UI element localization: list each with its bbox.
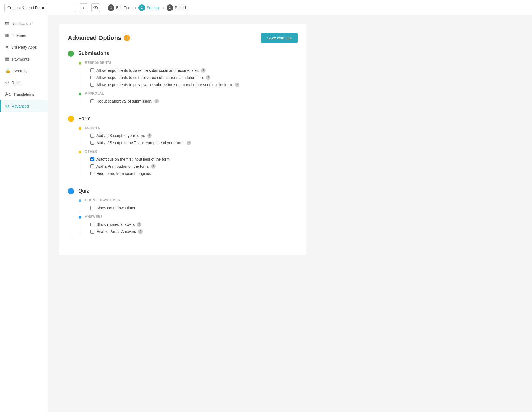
content-card: Advanced Options i Save changes Submissi…	[59, 24, 306, 255]
checkbox-request-approval[interactable]	[90, 99, 94, 103]
sidebar-item-themes[interactable]: ▦ Themes	[0, 29, 48, 41]
subsection-dot-respondents	[79, 62, 81, 65]
checkbox-print-button[interactable]	[90, 164, 94, 168]
subsection-dot-approval	[79, 93, 81, 95]
help-icon-preview-summary[interactable]: ?	[235, 83, 239, 87]
sidebar-label-themes: Themes	[12, 33, 26, 38]
help-icon-request-approval[interactable]: ?	[154, 99, 159, 103]
help-icon-js-script-thankyou[interactable]: ?	[187, 141, 191, 145]
option-row-show-missed: Show missed answers?	[85, 221, 298, 228]
checkbox-show-countdown[interactable]	[90, 206, 94, 210]
sidebar-item-payments[interactable]: ▤ Payments	[0, 53, 48, 65]
checkbox-autofocus[interactable]	[90, 157, 94, 161]
step3-circle: 3	[167, 4, 173, 11]
section-title-quiz: Quiz	[78, 188, 298, 194]
option-label-show-missed: Show missed answers	[96, 222, 135, 227]
option-row-enable-partial: Enable Partial Answers?	[85, 228, 298, 235]
sidebar-icon-themes: ▦	[5, 33, 9, 38]
sidebar-item-rules[interactable]: ❊ Rules	[0, 77, 48, 89]
option-row-autofocus: Autofocus on the first input field of th…	[85, 156, 298, 163]
page-title-row: Advanced Options i	[68, 34, 130, 42]
sidebar-icon-translations: Aa	[5, 92, 11, 97]
option-row-js-script-form: Add a JS script to your form.?	[85, 132, 298, 139]
save-changes-button[interactable]: Save changes	[261, 33, 298, 43]
main-content: Advanced Options i Save changes Submissi…	[48, 15, 532, 412]
subsection-answers: AnswersShow missed answers?Enable Partia…	[78, 215, 298, 235]
sidebar-item-3rd-party-apps[interactable]: ❋ 3rd Party Apps	[0, 41, 48, 53]
subsection-label-respondents: Respondents	[85, 61, 298, 65]
subsection-label-answers: Answers	[85, 215, 298, 219]
step-settings[interactable]: 2 Settings	[138, 4, 161, 11]
page-header: Advanced Options i Save changes	[68, 33, 298, 43]
sidebar-label-3rd-party-apps: 3rd Party Apps	[12, 45, 37, 50]
sidebar-item-security[interactable]: 🔒 Security	[0, 65, 48, 77]
forward-button[interactable]: ›	[79, 3, 88, 12]
sidebar-icon-payments: ▤	[5, 56, 9, 62]
sidebar-label-security: Security	[13, 69, 27, 73]
option-label-print-button: Add a Print button on the form.	[96, 164, 149, 169]
option-row-request-approval: Request approval of submission.?	[85, 98, 298, 105]
option-label-js-script-form: Add a JS script to your form.	[96, 133, 145, 138]
info-icon[interactable]: i	[124, 35, 130, 41]
sidebar-icon-rules: ❊	[5, 80, 9, 85]
option-label-enable-partial: Enable Partial Answers	[96, 229, 136, 234]
help-icon-enable-partial[interactable]: ?	[138, 229, 143, 234]
subsection-countdown-timer: Countdown TimerShow countdown timer	[78, 198, 298, 212]
checkbox-edit-delivered[interactable]	[90, 76, 94, 79]
subsection-dot-answers	[79, 216, 81, 219]
help-icon-print-button[interactable]: ?	[151, 164, 156, 169]
step3-label: Publish	[175, 6, 187, 10]
checkbox-hide-search[interactable]	[90, 172, 94, 175]
checkbox-preview-summary[interactable]	[90, 83, 94, 87]
step-publish[interactable]: 3 Publish	[167, 4, 187, 11]
breadcrumb: 1 Edit Form › 2 Settings › 3 Publish	[108, 4, 187, 11]
sidebar-item-advanced[interactable]: ⚙ Advanced	[0, 100, 48, 112]
option-label-autofocus: Autofocus on the first input field of th…	[96, 157, 171, 161]
option-label-show-countdown: Show countdown timer	[96, 206, 135, 210]
sidebar-label-translations: Translations	[13, 92, 34, 97]
sidebar-item-translations[interactable]: Aa Translations	[0, 89, 48, 100]
section-title-form: Form	[78, 116, 298, 122]
step1-circle: 1	[108, 4, 114, 11]
subsection-label-countdown-timer: Countdown Timer	[85, 198, 298, 202]
svg-point-1	[95, 7, 96, 8]
sidebar-label-advanced: Advanced	[12, 104, 29, 108]
subsection-dot-countdown-timer	[79, 199, 81, 202]
subsection-scripts: ScriptsAdd a JS script to your form.?Add…	[78, 126, 298, 146]
sidebar-icon-3rd-party-apps: ❋	[5, 45, 9, 50]
option-row-js-script-thankyou: Add a JS script to the Thank You page of…	[85, 139, 298, 146]
option-row-show-countdown: Show countdown timer	[85, 204, 298, 212]
option-label-preview-summary: Allow respondents to preview the submiss…	[96, 83, 233, 87]
step2-circle: 2	[138, 4, 145, 11]
step-edit-form[interactable]: 1 Edit Form	[108, 4, 133, 11]
subsection-label-scripts: Scripts	[85, 126, 298, 130]
section-dot-quiz	[68, 188, 74, 194]
checkbox-show-missed[interactable]	[90, 223, 94, 226]
help-icon-edit-delivered[interactable]: ?	[206, 75, 210, 80]
subsection-dot-scripts	[79, 127, 81, 130]
sidebar-item-notifications[interactable]: ✉ Notifications	[0, 18, 48, 29]
checkbox-save-resume[interactable]	[90, 68, 94, 72]
option-row-save-resume: Allow respondents to save the submission…	[85, 67, 298, 74]
arrow2: ›	[163, 5, 164, 10]
help-icon-show-missed[interactable]: ?	[137, 222, 141, 227]
option-label-hide-search: Hide forms from search engines	[96, 171, 151, 176]
sidebar-icon-notifications: ✉	[5, 21, 9, 26]
help-icon-js-script-form[interactable]: ?	[147, 133, 152, 138]
form-title-input[interactable]	[4, 4, 76, 12]
section-dot-submissions	[68, 51, 74, 57]
checkbox-js-script-thankyou[interactable]	[90, 141, 94, 145]
option-label-request-approval: Request approval of submission.	[96, 99, 152, 103]
preview-button[interactable]	[91, 3, 100, 12]
sidebar-label-rules: Rules	[12, 81, 21, 85]
section-title-submissions: Submissions	[78, 51, 298, 56]
checkbox-js-script-form[interactable]	[90, 134, 94, 138]
help-icon-save-resume[interactable]: ?	[201, 68, 206, 73]
option-row-preview-summary: Allow respondents to preview the submiss…	[85, 81, 298, 88]
option-label-js-script-thankyou: Add a JS script to the Thank You page of…	[96, 141, 184, 145]
subsection-approval: ApprovalRequest approval of submission.?	[78, 92, 298, 105]
option-row-hide-search: Hide forms from search engines	[85, 170, 298, 177]
checkbox-enable-partial[interactable]	[90, 230, 94, 234]
section-dot-form	[68, 116, 74, 122]
arrow1: ›	[135, 5, 136, 10]
